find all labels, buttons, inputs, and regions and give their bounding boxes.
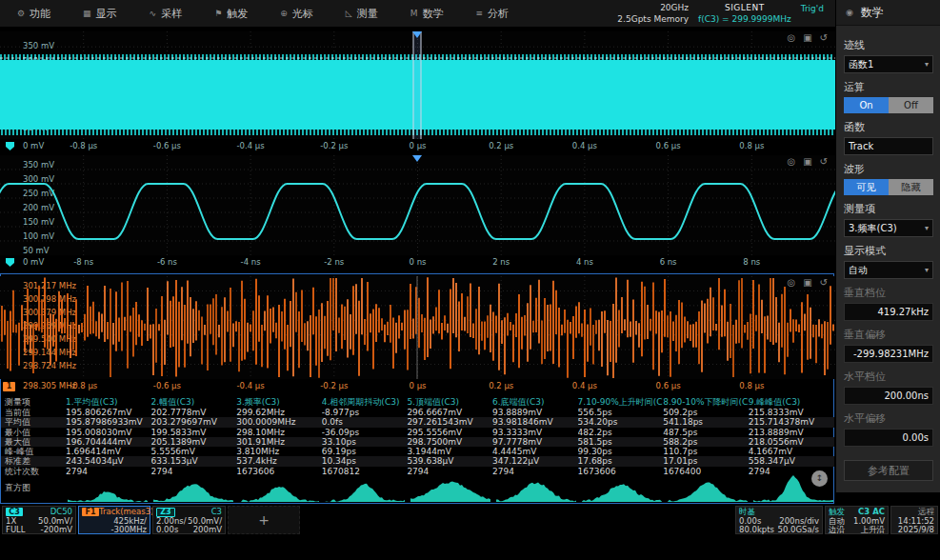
zoom-offset-marker-icon[interactable] <box>6 258 14 267</box>
row-label: 平均值 <box>1 417 66 427</box>
x-tick-label: -0.6 µs <box>146 141 188 150</box>
bandwidth-readout: 20GHz <box>660 2 689 13</box>
stat-value: 110.7ps <box>663 447 749 456</box>
menu-item-label: 分析 <box>488 7 509 21</box>
x-tick-label: 8 ns <box>730 257 772 267</box>
x-tick-label: -0.6 µs <box>146 381 188 390</box>
trace-select[interactable]: 函数1 ▾ <box>844 55 933 73</box>
trigger-state-badge: Trig'd <box>801 3 824 14</box>
math-dialog: ◉ 数学 迹线 函数1 ▾ 运算 On Off 函数 Track 波形 可见 隐… <box>835 0 940 492</box>
z3-voffset: 200mV <box>193 526 222 535</box>
stat-value: 99.30ps <box>578 447 664 456</box>
grid1-toolbar: ◎▣↺ <box>787 33 828 43</box>
stat-value: 33.10ps <box>322 437 408 447</box>
horizontal-scale-label: 水平档位 <box>844 370 933 384</box>
x-tick-label: 0.8 µs <box>730 381 772 390</box>
menu-item-math[interactable]: M数学 <box>410 7 444 21</box>
reset-icon[interactable]: ↺ <box>820 157 828 167</box>
stat-value: 487.5ps <box>663 428 749 437</box>
maximize-icon[interactable]: ▣ <box>803 157 811 167</box>
display-mode-select[interactable]: 自动 ▾ <box>844 261 933 279</box>
timebase-descriptor[interactable]: 时基 0.00s 200ns/div 80.0kpts 50.0GSa/s <box>735 506 823 534</box>
stat-value: 539.638µV <box>407 456 492 466</box>
menu-item-analysis[interactable]: ≡分析 <box>475 7 509 21</box>
stat-value: 93.981846mV <box>492 417 578 427</box>
stat-value: 213.8889mV <box>749 428 834 437</box>
menu-item-cursors[interactable]: ⊕光标 <box>280 7 313 21</box>
stat-value: 195.87986933mV <box>66 417 151 427</box>
maximize-icon[interactable]: ▣ <box>803 33 811 43</box>
row-label: 标准差 <box>1 456 66 466</box>
zoom-waveform-grid[interactable]: ◎▣↺ 350 mV300 mV250 mV200 mV150 mV100 mV… <box>0 155 835 255</box>
stat-value: 298.7500mV <box>407 437 492 447</box>
measure-item-select[interactable]: 3.频率(C3) ▾ <box>844 219 933 237</box>
stat-value: 196.704444mV <box>66 437 151 447</box>
math-icon: M <box>410 9 418 18</box>
snapshot-icon[interactable]: ◎ <box>787 33 795 43</box>
row-label: 最大值 <box>1 437 66 447</box>
menu-item-measure[interactable]: ◺测量 <box>346 7 378 21</box>
table-header-row: 测量项1.平均值(C3)2.幅值(C3)3.频率(C3)4.相邻周期抖动(C3)… <box>1 396 834 408</box>
mini-histogram <box>410 482 490 502</box>
snapshot-icon[interactable]: ◎ <box>787 157 795 167</box>
stat-value: 541.18ps <box>663 417 749 427</box>
stat-value: 558.347µV <box>749 456 834 466</box>
horizontal-scale-field: 200.00ns <box>844 387 933 405</box>
column-header: 1.平均值(C3) <box>66 396 151 408</box>
display-mode-label: 显示模式 <box>844 244 933 258</box>
x-tick-label: -6 ns <box>146 257 188 267</box>
measure-icon: ◺ <box>346 9 352 18</box>
trigger-descriptor[interactable]: 触发 C3 AC 自动 1.00mV 边沿 上升沿 <box>825 506 889 534</box>
x-tick-label: -8 ns <box>63 257 105 267</box>
waveform-visible[interactable]: 可见 <box>844 179 889 195</box>
operation-toggle[interactable]: On Off <box>844 97 933 113</box>
stat-value: 347.122µV <box>492 456 578 466</box>
add-trace-button[interactable]: + <box>228 506 300 534</box>
stat-value: 218.0556mV <box>749 437 834 447</box>
channel-c3-descriptor[interactable]: C3 DC50 1X 50.0mV/ FULL -200mV <box>2 506 76 534</box>
menu-item-trigger[interactable]: ⚑触发 <box>214 7 248 21</box>
f1-trace-badge[interactable]: 1 <box>3 382 15 391</box>
mini-histogram <box>582 484 662 502</box>
function-field[interactable]: Track <box>844 137 933 155</box>
menu-item-display[interactable]: ▦显示 <box>83 7 117 21</box>
stat-value: 17.68ps <box>578 456 664 466</box>
grid2-x-axis: 0 mV -8 ns-6 ns-4 ns-2 ns0 ns2 ns4 ns6 n… <box>0 255 835 270</box>
stat-value: 202.7778mV <box>151 408 237 417</box>
stat-value: -8.977ps <box>322 408 408 417</box>
menu-item-label: 功能 <box>30 7 50 21</box>
column-header: 5.顶端值(C3) <box>407 396 492 408</box>
stat-value: 581.5ps <box>578 437 664 447</box>
waveform-toggle[interactable]: 可见 隐藏 <box>844 179 933 195</box>
row-label: 当前值 <box>1 408 66 417</box>
clock-box[interactable]: 远程 14:11:52 2025/9/8 <box>890 506 938 534</box>
reset-icon[interactable]: ↺ <box>820 33 828 43</box>
table-row: 最小值195.008030mV199.5833mV298.10MHz-36.09… <box>1 428 834 437</box>
pin-icon[interactable]: ◉ <box>846 8 853 17</box>
reset-icon[interactable]: ↺ <box>820 278 828 288</box>
trigger-position-marker-icon[interactable] <box>412 155 422 162</box>
snapshot-icon[interactable]: ◎ <box>787 278 795 288</box>
menu-item-utility[interactable]: ⚙功能 <box>17 7 50 21</box>
channel-offset-marker-icon[interactable] <box>6 142 14 150</box>
stat-value: 97.7778mV <box>492 437 578 447</box>
function-f1-descriptor[interactable]: F1 Track(meas3) 425kHz/ -300MHz <box>78 506 150 534</box>
menu-item-acquire[interactable]: ∿采样 <box>150 7 183 21</box>
chevron-down-icon: ▾ <box>925 224 929 232</box>
zoom-window-marker-icon[interactable] <box>412 31 422 38</box>
table-scroll-button[interactable]: ↕ <box>811 470 828 487</box>
cursors-icon: ⊕ <box>280 9 288 18</box>
waveform-hidden[interactable]: 隐藏 <box>889 179 933 195</box>
f1-function-badge: F1 <box>82 508 99 516</box>
operation-on[interactable]: On <box>844 97 889 113</box>
reference-config-button[interactable]: 参考配置 <box>844 460 933 481</box>
maximize-icon[interactable]: ▣ <box>803 278 811 288</box>
operation-off[interactable]: Off <box>889 97 933 113</box>
stat-value: 93.8889mV <box>492 408 578 417</box>
zoom-z3-descriptor[interactable]: Z3 C3 2.00ns/ 50.0mV/ 0.00s 200mV <box>152 506 226 534</box>
clock-date: 2025/9/8 <box>898 526 934 535</box>
function-field-value: Track <box>849 141 873 151</box>
table-row: 平均值195.87986933mV203.279697mV300.0009MHz… <box>1 417 834 427</box>
main-waveform-grid[interactable]: ◎▣↺ 350 mV300 mV50 mV <box>0 31 835 139</box>
track-function-grid[interactable]: ◎▣↺ 301.217 MHz300.798 MHz300.379 MHz299… <box>0 276 835 379</box>
